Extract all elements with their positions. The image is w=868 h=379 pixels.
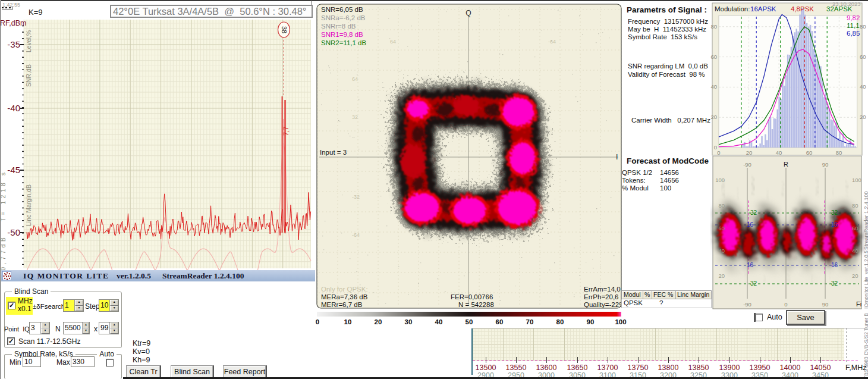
svg-text:40: 40 — [860, 83, 866, 90]
svg-text:32: 32 — [831, 209, 838, 216]
svg-text:7,7: 7,7 — [282, 127, 290, 136]
svg-text:-90: -90 — [743, 301, 751, 308]
svg-text:80: 80 — [860, 23, 866, 30]
svg-text:60: 60 — [710, 54, 717, 60]
svg-text:100: 100 — [715, 177, 725, 183]
svg-text:-90: -90 — [743, 161, 751, 168]
svg-text:Fi: Fi — [856, 300, 861, 308]
svg-text:4,8PSK: 4,8PSK — [791, 5, 814, 12]
svg-text:I: I — [616, 153, 618, 161]
svg-text:32: 32 — [352, 114, 358, 120]
svg-text:Q: Q — [466, 9, 471, 17]
svg-text:16: 16 — [831, 221, 838, 228]
svg-text:-32: -32 — [352, 194, 360, 200]
svg-text:20: 20 — [852, 272, 858, 279]
svg-text:MERa=7,36 dB: MERa=7,36 dB — [321, 293, 368, 300]
svg-text:64: 64 — [352, 76, 358, 82]
svg-text:Level,%: Level,% — [25, 30, 32, 52]
svg-text:0: 0 — [784, 301, 787, 308]
svg-text:80: 80 — [710, 23, 717, 30]
svg-text:30: 30 — [405, 318, 413, 325]
svg-text:p=5; Sm=3; Noise=0,77dB T= 1: p=5; Sm=3; Noise=0,77dB T= 1218 s — [0, 173, 7, 274]
svg-text:100: 100 — [852, 177, 861, 183]
svg-text:20: 20 — [375, 318, 382, 325]
svg-text:ErrAm=14,0: ErrAm=14,0 — [584, 286, 621, 293]
svg-text:-64: -64 — [352, 232, 360, 238]
svg-text:Input = 3: Input = 3 — [320, 149, 347, 156]
svg-text:16: 16 — [831, 262, 838, 268]
svg-text:40: 40 — [718, 248, 725, 254]
svg-text:38: 38 — [281, 26, 288, 33]
svg-text:RF,dBm: RF,dBm — [0, 19, 26, 27]
svg-text:16: 16 — [747, 262, 754, 268]
svg-text:FER=0,00766: FER=0,00766 — [451, 293, 493, 300]
svg-text:80: 80 — [556, 318, 564, 325]
svg-text:-64: -64 — [548, 39, 556, 45]
svg-text:50: 50 — [466, 318, 473, 325]
svg-text:Only for QPSK:: Only for QPSK: — [321, 286, 368, 293]
svg-text:60: 60 — [718, 225, 725, 231]
svg-text:20: 20 — [860, 114, 866, 120]
svg-text:40: 40 — [852, 248, 858, 254]
svg-text:SNRa=-6,2 dB: SNRa=-6,2 dB — [321, 14, 366, 21]
svg-text:60: 60 — [496, 318, 504, 325]
svg-text:80: 80 — [718, 202, 725, 209]
svg-text:90: 90 — [822, 301, 829, 308]
svg-text:-45: -45 — [7, 165, 20, 175]
svg-text:SNR1=9,8 dB: SNR1=9,8 dB — [321, 31, 363, 38]
svg-text:32: 32 — [750, 209, 757, 216]
svg-text:80: 80 — [852, 202, 858, 209]
svg-text:ErrPh=20,6: ErrPh=20,6 — [584, 293, 619, 300]
svg-text:16: 16 — [747, 221, 754, 228]
svg-text:90: 90 — [587, 318, 595, 325]
svg-text:16APSK: 16APSK — [750, 5, 776, 12]
svg-text:20: 20 — [746, 149, 753, 156]
svg-text:R: R — [784, 161, 788, 168]
svg-text:40: 40 — [710, 83, 717, 90]
svg-text:0: 0 — [316, 318, 319, 325]
svg-text:-40: -40 — [7, 103, 20, 113]
svg-text:Modulation:: Modulation: — [715, 5, 750, 12]
svg-text:40: 40 — [435, 318, 443, 325]
svg-text:60: 60 — [852, 225, 858, 231]
svg-text:-50: -50 — [7, 227, 20, 237]
svg-text:40: 40 — [776, 149, 782, 156]
svg-text:N = 542288: N = 542288 — [458, 301, 494, 308]
svg-text:11,1: 11,1 — [847, 22, 860, 29]
svg-text:70: 70 — [526, 318, 534, 325]
svg-text:Linc Margin,dB: Linc Margin,dB — [25, 184, 32, 226]
svg-text:20: 20 — [710, 114, 717, 120]
svg-text:60: 60 — [860, 54, 866, 60]
svg-text:100: 100 — [615, 318, 626, 325]
svg-text:90: 90 — [822, 161, 829, 168]
svg-text:MERr=6,7 dB: MERr=6,7 dB — [321, 301, 363, 308]
svg-text:20: 20 — [718, 272, 725, 279]
svg-text:0: 0 — [714, 144, 717, 151]
svg-text:32: 32 — [831, 280, 838, 287]
svg-text:32: 32 — [750, 280, 757, 287]
svg-text:-35: -35 — [7, 39, 20, 49]
svg-text:10: 10 — [344, 318, 352, 325]
svg-text:9,82: 9,82 — [847, 14, 860, 21]
svg-text:6,85: 6,85 — [847, 30, 860, 37]
svg-text:Quality=-22%: Quality=-22% — [584, 301, 625, 308]
svg-text:SNR2=11,1 dB: SNR2=11,1 dB — [321, 39, 367, 46]
svg-text:0: 0 — [717, 149, 720, 156]
svg-text:80: 80 — [836, 149, 842, 156]
svg-text:64: 64 — [390, 39, 396, 45]
svg-text:SNRr=8 dB: SNRr=8 dB — [321, 23, 356, 30]
svg-text:60: 60 — [806, 149, 813, 156]
svg-text:SNR=6,05 dB: SNR=6,05 dB — [321, 6, 363, 13]
svg-text:SNR,dB: SNR,dB — [25, 64, 32, 87]
